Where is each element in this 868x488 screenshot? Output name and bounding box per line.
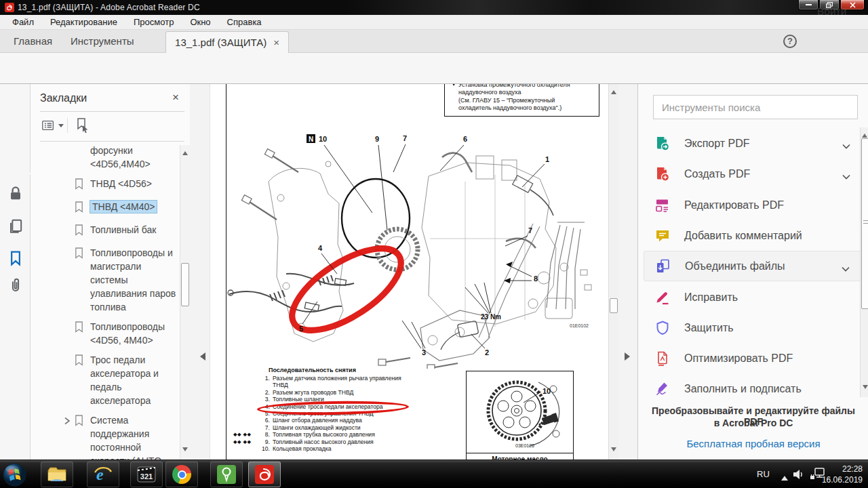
- bookmark-item[interactable]: Топливопроводы <4D56, 4М40>: [63, 320, 178, 347]
- bookmark-ribbon-icon: [74, 177, 90, 194]
- tool-add-comment[interactable]: Добавить комментарий: [644, 220, 863, 251]
- chevron-down-icon[interactable]: [842, 140, 851, 147]
- tool-label: Защитить: [684, 322, 863, 334]
- start-button[interactable]: [2, 462, 27, 487]
- chevron-down-icon[interactable]: [842, 171, 851, 178]
- navigation-strip: [0, 84, 31, 460]
- diagram-badge: N: [309, 136, 313, 143]
- bookmarks-panel-icon[interactable]: [6, 249, 25, 268]
- tray-clock-time[interactable]: 22:28: [842, 464, 863, 474]
- tool-optimize-pdf[interactable]: Оптимизировать PDF: [644, 343, 863, 373]
- tool-create-pdf[interactable]: Создать PDF: [644, 159, 863, 189]
- bookmarks-list: форсунки <4D56,4M40> ТНВД <4D56> ТНВД <4…: [31, 144, 178, 460]
- menu-window[interactable]: Окно: [183, 17, 217, 27]
- taskbar-internet-explorer-button[interactable]: e: [87, 462, 119, 487]
- tool-fix[interactable]: Исправить: [644, 282, 863, 312]
- bookmarks-scrollbar[interactable]: [180, 145, 190, 460]
- hidden-icons-arrow[interactable]: [781, 472, 788, 481]
- language-indicator[interactable]: RU: [757, 469, 770, 479]
- tab-home[interactable]: Главная: [14, 30, 52, 53]
- tool-label: Заполнить и подписать: [684, 383, 863, 395]
- scroll-up-icon[interactable]: [611, 87, 616, 94]
- tab-tools[interactable]: Инструменты: [71, 30, 134, 53]
- free-trial-link[interactable]: Бесплатная пробная версия: [644, 438, 863, 449]
- taskbar-chrome-button[interactable]: [165, 462, 198, 487]
- taskbar-coreldraw-button[interactable]: [210, 462, 243, 487]
- attachments-icon[interactable]: [6, 277, 25, 296]
- document-scroll-thumb[interactable]: [610, 298, 618, 313]
- scroll-up-icon[interactable]: [182, 148, 188, 155]
- bookmark-item[interactable]: Система поддержания постоянной скорости …: [63, 413, 178, 460]
- callout-7b: 7: [528, 226, 532, 235]
- sequence-item: ◆◆ ◆◆9.Топливный насос высокого давления: [226, 439, 450, 445]
- tab-bar: Главная Инструменты 13_1.pdf (ЗАЩИТА) ×: [0, 30, 868, 53]
- taskbar-explorer-button[interactable]: [41, 462, 73, 487]
- left-splitter[interactable]: [190, 84, 210, 460]
- menu-edit[interactable]: Редактирование: [43, 17, 124, 27]
- title-bar: 13_1.pdf (ЗАЩИТА) - Adobe Acrobat Reader…: [0, 0, 868, 15]
- taskbar-acrobat-button[interactable]: [248, 462, 281, 487]
- tool-edit-pdf[interactable]: Редактировать PDF: [644, 190, 863, 220]
- tab-close-icon[interactable]: ×: [273, 37, 279, 48]
- lock-icon[interactable]: [6, 184, 25, 203]
- taskbar-media-player-button[interactable]: 321: [130, 462, 163, 487]
- optimize-pdf-icon: [654, 350, 671, 367]
- tool-combine-files[interactable]: Объединить файлы: [644, 251, 863, 281]
- collapse-panel-icon[interactable]: [196, 352, 205, 361]
- tools-panel: Экспорт PDF Создать PDF Редактировать PD…: [637, 84, 868, 460]
- tab-document[interactable]: 13_1.pdf (ЗАЩИТА) ×: [165, 31, 289, 53]
- scroll-down-icon[interactable]: [863, 385, 868, 392]
- screen: { "window": { "title": "13_1.pdf (ЗАЩИТА…: [0, 0, 868, 488]
- bookmark-item[interactable]: форсунки <4D56,4M40>: [63, 144, 178, 171]
- callout-8: 8: [534, 274, 538, 283]
- tool-protect[interactable]: Защитить: [644, 312, 863, 343]
- right-splitter[interactable]: [618, 84, 637, 460]
- scroll-down-icon[interactable]: [182, 447, 188, 454]
- tools-panel-scrollbar[interactable]: [860, 127, 868, 397]
- callout-9: 9: [375, 135, 379, 143]
- menu-file[interactable]: Файл: [5, 17, 41, 27]
- close-icon: [850, 2, 856, 8]
- tool-label: Добавить комментарий: [684, 230, 863, 242]
- menu-view[interactable]: Просмотр: [127, 17, 180, 27]
- bookmark-options-icon[interactable]: [41, 118, 56, 133]
- expand-chevron-icon[interactable]: [63, 413, 74, 460]
- bookmarks-panel-close-icon[interactable]: ×: [172, 91, 179, 104]
- minimize-button[interactable]: [798, 0, 818, 10]
- page-thumbnails-icon[interactable]: [6, 217, 25, 236]
- bookmark-label: Трос педали акселератора и педаль акселе…: [90, 354, 159, 406]
- bookmark-label: Топливный бак: [90, 224, 156, 235]
- bookmark-item[interactable]: Топливный бак: [63, 223, 178, 240]
- expand-panel-icon[interactable]: [625, 352, 634, 361]
- inset-figure-box: 10 03E0126 Моторное масло: [466, 371, 574, 460]
- find-current-bookmark-icon[interactable]: [74, 117, 90, 134]
- bookmark-options-dropdown-icon[interactable]: [58, 124, 64, 130]
- divider: [466, 453, 574, 453]
- tools-scroll-thumb[interactable]: [861, 138, 868, 309]
- tools-search-input[interactable]: [653, 95, 858, 119]
- bookmark-label: Система поддержания постоянной скорости …: [90, 415, 165, 460]
- fix-pencil-icon: [654, 289, 671, 306]
- tool-export-pdf[interactable]: Экспорт PDF: [644, 128, 863, 159]
- bookmark-item[interactable]: Трос педали акселератора и педаль акселе…: [63, 353, 178, 407]
- chevron-down-icon[interactable]: [841, 263, 850, 270]
- scroll-up-icon[interactable]: [862, 131, 867, 138]
- bookmark-ribbon-icon: [74, 200, 90, 217]
- bookmarks-scroll-thumb[interactable]: [181, 263, 189, 306]
- tool-fill-sign[interactable]: Заполнить и подписать: [644, 373, 863, 404]
- document-scrollbar[interactable]: [608, 84, 618, 460]
- sign-in-button[interactable]: Войти: [817, 0, 846, 23]
- speaker-icon[interactable]: [792, 468, 806, 481]
- tool-label: Объединить файлы: [685, 260, 841, 272]
- help-icon[interactable]: ?: [783, 35, 797, 48]
- bookmark-item[interactable]: ТНВД <4D56>: [63, 177, 178, 194]
- bookmark-item[interactable]: Топливопроводы и магистрали системы улав…: [63, 246, 178, 314]
- toolbar: / 460 66% Общий доступ: [0, 53, 868, 84]
- tray-clock-date[interactable]: 16.06.2019: [822, 475, 863, 485]
- sequence-item: 7.Шланги охлаждающей жидкости: [226, 424, 450, 431]
- bookmark-item-selected[interactable]: ТНВД <4М40>: [63, 200, 178, 217]
- scroll-down-icon[interactable]: [611, 447, 616, 454]
- menu-help[interactable]: Справка: [220, 17, 269, 27]
- document-viewport[interactable]: •Установка промежуточного охладителя над…: [210, 84, 608, 460]
- window-title: 13_1.pdf (ЗАЩИТА) - Adobe Acrobat Reader…: [18, 3, 200, 12]
